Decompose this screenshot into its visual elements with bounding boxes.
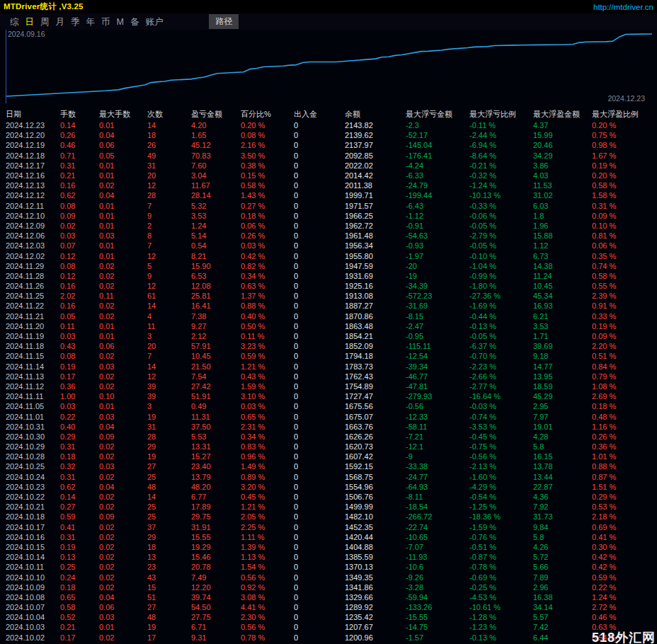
table-cell: -0.76 %	[469, 533, 533, 541]
table-cell: -145.04	[406, 141, 469, 149]
table-cell: 0.58 %	[592, 181, 657, 190]
table-row[interactable]: 2024.12.110.080.0175.320.27 %01971.57-6.…	[0, 201, 657, 211]
table-row[interactable]: 2024.12.160.210.01203.040.15 %02014.42-6…	[0, 171, 657, 180]
table-row[interactable]: 2024.10.220.140.02146.770.45 %01506.76-8…	[0, 492, 657, 502]
table-cell: -20	[406, 262, 469, 270]
table-row[interactable]: 2024.12.090.020.0121.240.06 %01962.72-0.…	[0, 221, 657, 231]
site-url-link[interactable]: http://mtdriver.cn	[593, 3, 653, 11]
table-row[interactable]: 2024.12.170.310.01317.600.38 %02022.02-4…	[0, 161, 657, 171]
table-row[interactable]: 2024.12.130.160.021211.670.58 %02011.38-…	[0, 180, 657, 190]
table-cell: 0	[294, 352, 345, 360]
table-row[interactable]: 2024.12.100.090.0193.530.18 %01966.25-1.…	[0, 211, 657, 221]
table-row[interactable]: 2024.11.210.050.0247.380.40 %01870.86-8.…	[0, 311, 657, 321]
table-row[interactable]: 2024.12.060.030.0385.140.26 %01961.48-54…	[0, 231, 657, 241]
menu-item-周[interactable]: 周	[40, 17, 50, 27]
table-row[interactable]: 2024.10.310.400.043137.502.31 %01663.76-…	[0, 422, 657, 432]
table-cell: 2024.10.02	[6, 633, 60, 642]
menu-item-综[interactable]: 综	[10, 17, 19, 27]
table-row[interactable]: 2024.10.030.210.01196.710.56 %01207.67-1…	[0, 622, 657, 632]
table-row[interactable]: 2024.10.040.520.034827.752.30 %01235.42-…	[0, 612, 657, 622]
table-cell: 1.24	[191, 222, 241, 230]
table-row[interactable]: 2024.12.180.710.054970.833.50 %02092.85-…	[0, 151, 657, 161]
table-row[interactable]: 2024.10.080.650.045139.743.08 %01329.66-…	[0, 592, 657, 602]
table-row[interactable]: 2024.10.070.580.062754.504.41 %01289.92-…	[0, 602, 657, 612]
table-row[interactable]: 2024.11.150.080.02710.450.59 %01794.18-1…	[0, 351, 657, 361]
table-row[interactable]: 2024.11.180.430.062057.913.23 %01852.09-…	[0, 341, 657, 351]
table-cell: -12.33	[406, 413, 469, 421]
table-row[interactable]: 2024.11.290.080.02515.900.82 %01947.59-2…	[0, 261, 657, 271]
menu-item-M[interactable]: M	[117, 17, 124, 27]
menu-item-季[interactable]: 季	[71, 17, 80, 27]
table-row[interactable]: 2024.10.180.590.092529.752.05 %01482.10-…	[0, 512, 657, 522]
table-row[interactable]: 2024.12.120.620.042828.141.43 %01999.71-…	[0, 190, 657, 200]
table-cell: 54.50	[191, 603, 241, 611]
table-cell: 15.27	[191, 452, 241, 461]
table-cell: 0	[294, 161, 345, 170]
table-cell: -18.54	[406, 502, 469, 511]
table-row[interactable]: 2024.10.300.290.09285.530.34 %01626.26-7…	[0, 432, 657, 442]
table-row[interactable]: 2024.11.280.120.0296.530.34 %01931.69-19…	[0, 271, 657, 281]
table-cell: 7	[147, 241, 191, 250]
table-cell: 39.74	[191, 593, 241, 602]
table-row[interactable]: 2024.11.190.030.0132.120.11 %01854.21-0.…	[0, 331, 657, 341]
table-cell: 25	[147, 473, 191, 481]
table-row[interactable]: 2024.10.100.240.02437.490.56 %01349.35-9…	[0, 572, 657, 582]
table-cell: -0.91	[406, 222, 469, 230]
table-row[interactable]: 2024.10.110.250.022320.781.54 %01370.13-…	[0, 562, 657, 572]
table-row[interactable]: 2024.10.250.320.032723.401.49 %01592.15-…	[0, 461, 657, 471]
table-row[interactable]: 2024.11.010.220.031911.310.65 %01675.07-…	[0, 411, 657, 421]
table-row[interactable]: 2024.10.170.410.023731.912.25 %01452.35-…	[0, 522, 657, 532]
table-row[interactable]: 2024.10.140.130.021315.461.13 %01385.59-…	[0, 552, 657, 562]
table-cell: -7.07	[406, 543, 469, 551]
table-row[interactable]: 2024.10.020.170.02179.310.78 %01200.96-1…	[0, 633, 657, 643]
table-cell: 3	[147, 332, 191, 340]
menu-item-币[interactable]: 币	[101, 17, 110, 27]
table-row[interactable]: 2024.11.130.170.02127.540.43 %01762.43-4…	[0, 372, 657, 381]
table-row[interactable]: 2024.10.280.180.021915.270.96 %01607.42-…	[0, 452, 657, 461]
table-row[interactable]: 2024.11.252.020.116125.811.37 %01913.08-…	[0, 291, 657, 301]
menu-item-年[interactable]: 年	[86, 17, 96, 27]
table-cell: 0.16	[60, 301, 99, 310]
table-row[interactable]: 2024.11.220.160.021416.410.88 %01887.27-…	[0, 301, 657, 311]
table-cell: -0.11 %	[469, 121, 533, 130]
table-row[interactable]: 2024.10.230.620.044848.203.20 %01554.96-…	[0, 482, 657, 492]
table-cell: -4.24	[406, 161, 469, 170]
table-cell: 1863.48	[345, 322, 406, 330]
table-row[interactable]: 2024.10.210.270.022517.891.21 %01499.99-…	[0, 502, 657, 512]
table-cell: -2.13 %	[469, 462, 533, 471]
table-cell: 6.44	[533, 633, 592, 642]
menu-item-备[interactable]: 备	[130, 17, 139, 27]
table-cell: 10.45	[533, 282, 592, 290]
table-row[interactable]: 2024.11.111.000.103951.913.10 %01727.47-…	[0, 391, 657, 401]
table-row[interactable]: 2024.12.200.260.04181.650.08 %02139.62-5…	[0, 130, 657, 140]
table-row[interactable]: 2024.11.120.360.023927.421.59 %01754.89-…	[0, 381, 657, 391]
table-row[interactable]: 2024.12.020.120.01128.210.42 %01955.80-1…	[0, 251, 657, 260]
table-row[interactable]: 2024.11.050.030.0130.490.03 %01675.56-0.…	[0, 401, 657, 411]
menu-item-日[interactable]: 日	[25, 17, 35, 27]
table-row[interactable]: 2024.11.140.190.031421.501.21 %01783.73-…	[0, 362, 657, 372]
table-cell: 0	[294, 362, 345, 371]
table-row[interactable]: 2024.10.290.310.022913.310.83 %01620.73-…	[0, 442, 657, 452]
table-row[interactable]: 2024.10.150.190.021819.291.39 %01404.88-…	[0, 542, 657, 552]
table-row[interactable]: 2024.12.190.460.062645.122.16 %02137.97-…	[0, 140, 657, 150]
table-cell: 0.01	[99, 623, 147, 631]
table-row[interactable]: 2024.10.160.310.022915.551.11 %01420.44-…	[0, 532, 657, 542]
table-cell: 0.02	[99, 543, 147, 551]
table-row[interactable]: 2024.10.090.180.021512.200.92 %01341.86-…	[0, 582, 657, 592]
table-row[interactable]: 2024.11.260.160.021212.080.63 %01925.16-…	[0, 281, 657, 291]
table-row[interactable]: 2024.12.230.140.01144.200.20 %02143.82-2…	[0, 120, 657, 130]
table-row[interactable]: 2024.12.030.070.0170.540.03 %01956.34-0.…	[0, 241, 657, 251]
menu-item-月[interactable]: 月	[56, 17, 65, 27]
table-cell: 7.92	[533, 502, 592, 511]
table-cell: 2024.10.10	[6, 573, 60, 582]
table-row[interactable]: 2024.10.240.310.022513.790.89 %01568.75-…	[0, 472, 657, 482]
table-row[interactable]: 2024.11.200.110.01119.270.50 %01863.48-2…	[0, 321, 657, 331]
table-cell: 0.30 %	[592, 543, 657, 551]
table-cell: 0.04	[99, 593, 147, 602]
path-button[interactable]: 路径	[209, 14, 239, 29]
menu-item-账户[interactable]: 账户	[145, 17, 163, 27]
table-cell: 0.09	[60, 212, 99, 220]
table-cell: 0.84 %	[592, 362, 657, 371]
table-cell: 0	[294, 332, 345, 340]
table-cell: -18.36 %	[469, 512, 533, 521]
